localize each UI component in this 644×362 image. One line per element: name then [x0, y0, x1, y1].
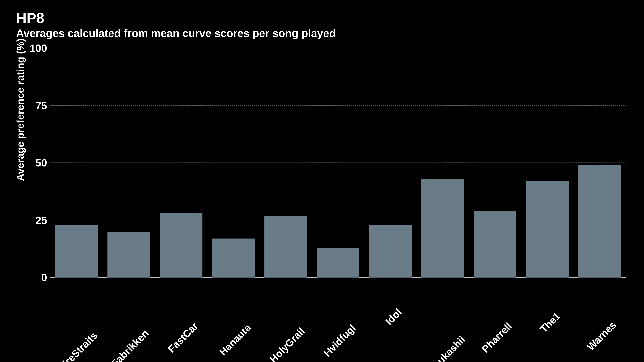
- x-label-slot: Hvidfugl: [312, 282, 364, 354]
- bar: [55, 225, 98, 278]
- bar: [369, 225, 412, 278]
- bar: [317, 248, 360, 278]
- x-label-slot: DireStraits: [50, 282, 103, 354]
- bar-slot: [50, 48, 103, 278]
- bar-slot: [260, 48, 312, 278]
- bar-slot: [469, 48, 521, 278]
- x-label-slot: FastCar: [155, 282, 207, 354]
- x-label-slot: Fabrikken: [103, 282, 155, 354]
- bar: [578, 165, 621, 278]
- bar: [526, 181, 569, 278]
- x-tick-label: Idol: [396, 294, 416, 315]
- bar-slot: [207, 48, 260, 278]
- x-label-slot: The1: [521, 282, 574, 354]
- bar-slot: [416, 48, 469, 278]
- chart-title: HP8: [16, 10, 336, 26]
- x-label-slot: Pharrell: [469, 282, 521, 354]
- chart-subtitle: Averages calculated from mean curve scor…: [16, 27, 336, 40]
- x-label-slot: Natsukashii: [416, 282, 469, 354]
- y-tick-label: 75: [27, 99, 47, 112]
- bar-slot: [364, 48, 416, 278]
- grid-line: [50, 162, 626, 163]
- y-tick-label: 25: [27, 214, 47, 226]
- y-tick-label: 100: [27, 42, 47, 54]
- grid-line: [50, 220, 626, 220]
- bar: [107, 232, 150, 278]
- x-tick-label: Warnes: [610, 294, 644, 327]
- x-label-slot: HolyGrail: [260, 282, 312, 354]
- y-tick-label: 50: [27, 157, 47, 169]
- y-tick-label: 0: [27, 271, 47, 284]
- grid-line: [50, 48, 626, 48]
- bar-slot: [574, 48, 626, 278]
- x-labels-container: DireStraitsFabrikkenFastCarHanautaHolyGr…: [50, 282, 626, 354]
- bar-slot: [312, 48, 364, 278]
- bar-slot: [103, 48, 155, 278]
- bar-slot: [521, 48, 574, 278]
- grid-line: [50, 105, 626, 106]
- bar: [160, 213, 202, 278]
- bar: [212, 239, 255, 278]
- bars-container: [50, 48, 626, 278]
- bar: [421, 179, 464, 278]
- x-label-slot: Warnes: [574, 282, 626, 354]
- y-axis-label: Average preference rating (%): [14, 38, 26, 181]
- bar-slot: [155, 48, 207, 278]
- bar: [264, 216, 307, 278]
- x-label-slot: Hanauta: [207, 282, 260, 354]
- x-label-slot: Idol: [364, 282, 416, 354]
- bar: [474, 211, 516, 278]
- plot-area: 0255075100: [50, 48, 626, 278]
